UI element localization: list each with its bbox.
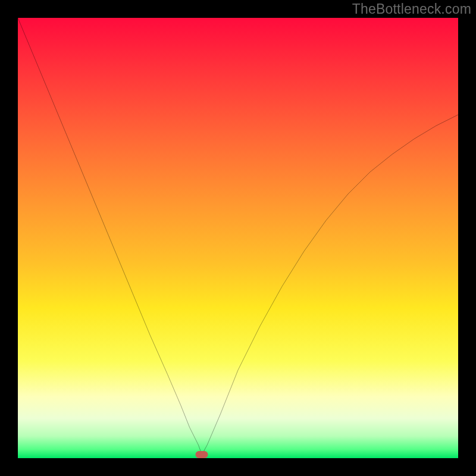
bottleneck-curve <box>18 18 458 458</box>
chart-frame: TheBottleneck.com <box>0 0 476 476</box>
min-point-marker <box>196 451 208 458</box>
watermark-text: TheBottleneck.com <box>352 1 471 17</box>
plot-area <box>18 18 458 458</box>
